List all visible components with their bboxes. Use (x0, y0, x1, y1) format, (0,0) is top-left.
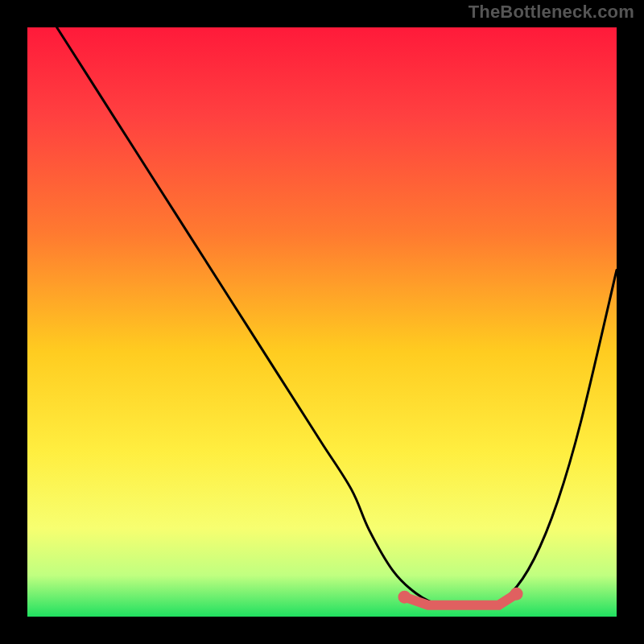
optimal-band-start-dot (398, 591, 411, 604)
watermark-text: TheBottleneck.com (469, 2, 634, 23)
chart-frame: TheBottleneck.com (0, 0, 644, 644)
gradient-background (27, 27, 617, 617)
optimal-band-end-dot (510, 588, 523, 601)
bottleneck-chart (0, 0, 644, 644)
